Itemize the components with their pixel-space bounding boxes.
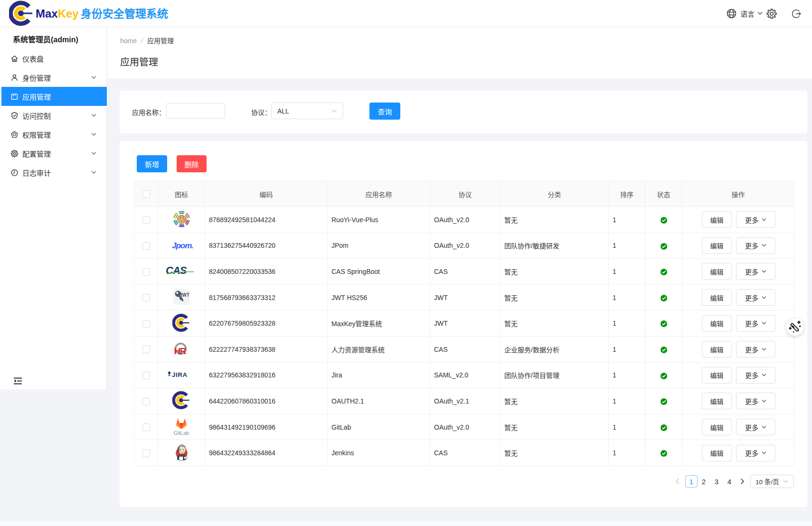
- svg-text:JIRA: JIRA: [172, 371, 188, 378]
- svg-text:JWT: JWT: [179, 292, 189, 298]
- svg-text:HR: HR: [174, 346, 187, 356]
- svg-text:CAS: CAS: [166, 264, 187, 276]
